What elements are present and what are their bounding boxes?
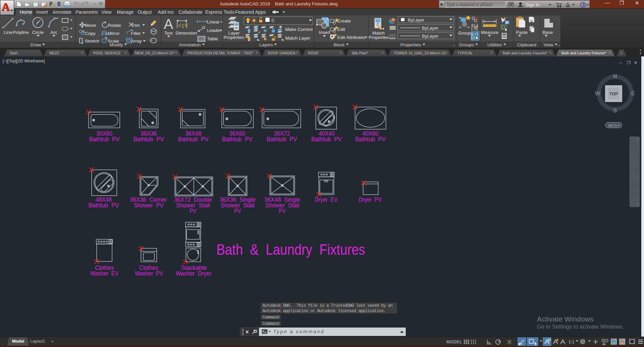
svg-text:Bathtub PV: Bathtub PV — [355, 136, 386, 143]
svg-text:Dryer PV: Dryer PV — [359, 196, 382, 203]
svg-text:ByLayer: ByLayer — [408, 17, 425, 22]
svg-text:ByLayer: ByLayer — [422, 34, 439, 39]
svg-text:?: ? — [582, 3, 584, 7]
svg-text:0: 0 — [271, 18, 274, 23]
svg-text:ByLayer: ByLayer — [422, 26, 439, 31]
svg-text:Washer Dryer: Washer Dryer — [176, 270, 212, 277]
svg-text:Bath & Laundry Fixtures: Bath & Laundry Fixtures — [216, 241, 365, 258]
svg-text:PV: PV — [279, 207, 286, 214]
svg-text:Bathtub PV: Bathtub PV — [311, 136, 342, 143]
svg-text:Washer PV: Washer PV — [135, 270, 163, 277]
svg-text:A: A — [164, 16, 173, 32]
svg-text:Bathtub PV: Bathtub PV — [178, 136, 209, 143]
svg-text:PV: PV — [234, 207, 241, 214]
svg-text:Washer EV: Washer EV — [90, 270, 118, 277]
svg-text:Bathtub PV: Bathtub PV — [89, 202, 119, 209]
svg-text:Bathtub PV: Bathtub PV — [134, 136, 164, 143]
svg-text:Bathtub PV: Bathtub PV — [222, 136, 253, 143]
svg-text:Dryer EV: Dryer EV — [315, 196, 338, 203]
svg-text:Sign In: Sign In — [526, 2, 540, 7]
svg-text:Shower PV: Shower PV — [134, 202, 164, 209]
svg-text:Bathtub PV: Bathtub PV — [89, 136, 120, 143]
svg-text:MODEL: MODEL — [446, 340, 462, 344]
svg-text:PV: PV — [190, 207, 196, 214]
svg-text:1:1: 1:1 — [568, 340, 574, 344]
svg-text:Bathtub PV: Bathtub PV — [267, 136, 297, 143]
